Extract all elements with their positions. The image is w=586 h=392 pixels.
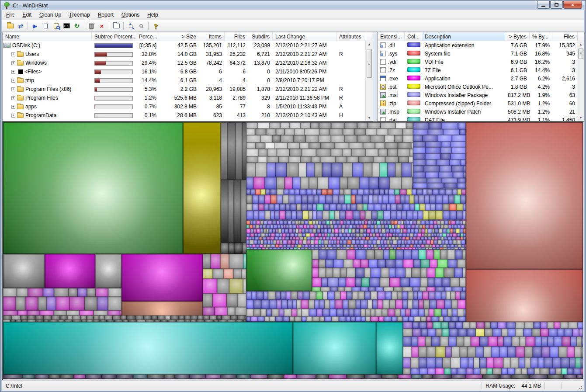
cell-description: Application extension <box>422 42 505 49</box>
refresh-all-button[interactable]: ⇄ <box>15 21 26 31</box>
table-row[interactable]: .pst Microsoft Office Outlook Pe... 1.8 … <box>378 83 577 91</box>
empty-recycle-bin-button[interactable] <box>86 21 97 31</box>
col-header-files[interactable]: Files <box>552 32 578 41</box>
col-header-last-change[interactable]: Last Change <box>273 32 336 41</box>
explorer-here-button[interactable] <box>51 21 61 31</box>
col-header-extension[interactable]: Extensi... <box>378 32 405 41</box>
help-button[interactable]: ? <box>150 21 161 31</box>
cell-subdirs: 0 <box>248 77 273 83</box>
minimize-button[interactable] <box>537 1 550 9</box>
col-header-subdirs[interactable]: Subdirs <box>248 32 273 41</box>
table-row[interactable]: .dll Application extension 7.6 GB 17.9% … <box>378 41 577 49</box>
title-bar[interactable]: C: - WinDirStat × <box>1 1 585 10</box>
menu-edit[interactable]: Edit <box>18 10 35 19</box>
zoom-in-button[interactable] <box>125 21 136 31</box>
scrollbar-thumb[interactable] <box>367 49 372 78</box>
table-row[interactable]: +apps 0.7% 302.8 MB 85 77 8 1/5/2010 11:… <box>3 102 365 111</box>
table-row[interactable]: +Users 32.8% 14.0 GB 31,953 25,232 6,721… <box>3 50 365 59</box>
menu-help[interactable]: Help <box>143 10 162 19</box>
table-row[interactable]: +tmp 14.4% 6.1 GB 4 4 0 2/8/2010 7:20:17… <box>3 76 365 85</box>
col-header-color[interactable]: Col... <box>405 32 422 41</box>
menu-report[interactable]: Report <box>94 10 118 19</box>
scrollbar-thumb[interactable] <box>578 49 583 59</box>
table-row[interactable]: .sys System file 7.1 GB 16.8% 945 <box>378 49 577 58</box>
maximize-button[interactable] <box>550 1 563 9</box>
table-row[interactable]: .exe Application 2.7 GB 6.2% 2,616 <box>378 74 577 83</box>
table-row[interactable]: +Program Files 1.2% 525.6 MB 3,118 2,789… <box>3 94 365 102</box>
cell-items: 20,963 <box>199 86 225 92</box>
cell-pct-bytes: 4.2% <box>530 84 552 90</box>
resize-grip[interactable] <box>577 384 583 390</box>
close-button[interactable]: × <box>563 1 582 9</box>
scroll-up-icon[interactable]: ▲ <box>366 41 373 48</box>
col-header-pct-bytes[interactable]: % By... <box>530 32 552 41</box>
col-header-attributes[interactable]: Attributes <box>336 32 366 41</box>
col-header-name[interactable]: Name <box>3 32 92 41</box>
recycle-bin-icon <box>89 24 94 29</box>
expand-icon[interactable]: + <box>11 52 15 56</box>
zoom-out-button[interactable] <box>136 21 146 31</box>
table-row[interactable]: +Program Files (x86) 5.3% 2.2 GB 20,963 … <box>3 85 365 94</box>
col-header-size[interactable]: > Size <box>159 32 199 41</box>
expand-icon[interactable]: + <box>11 61 15 65</box>
cell-bytes: 817.2 MB <box>505 92 530 98</box>
table-row[interactable]: .zip Compressed (zipped) Folder 531.0 MB… <box>378 99 577 108</box>
extension-label: .vdi <box>388 59 396 65</box>
scroll-down-icon[interactable]: ▼ <box>366 114 373 121</box>
col-header-bytes[interactable]: > Bytes <box>505 32 530 41</box>
toolbar-separator <box>123 22 124 30</box>
panel-splitter[interactable] <box>373 32 377 121</box>
expand-icon[interactable]: + <box>11 105 15 109</box>
open-item-button[interactable] <box>111 21 121 31</box>
scroll-up-icon[interactable]: ▲ <box>577 41 584 48</box>
table-row[interactable]: .vdi VDI File 6.9 GB 16.2% 3 <box>378 58 577 66</box>
ext-header-row: Extensi... Col... Description > Bytes % … <box>378 32 584 41</box>
subtree-bar <box>94 96 133 101</box>
scroll-down-icon[interactable]: ▼ <box>577 114 584 121</box>
expand-icon[interactable]: + <box>11 70 15 74</box>
treemap-canvas[interactable] <box>3 122 583 379</box>
tree-scrollbar[interactable]: ▲ ▼ <box>365 41 373 121</box>
table-row[interactable]: OSDisk (C:) [0:35 s] 42.5 GB 135,201 112… <box>3 41 365 50</box>
cell-size: 14.0 GB <box>159 51 199 57</box>
table-row[interactable]: +<Files> 16.1% 6.8 GB 6 6 0 2/11/2010 8:… <box>3 67 365 76</box>
col-header-items[interactable]: Items <box>199 32 225 41</box>
delete-button[interactable]: × <box>97 21 107 31</box>
col-header-subtree-percentage[interactable]: Subtree Percent... <box>92 32 136 41</box>
folder-icon <box>17 113 24 118</box>
folder-icon <box>17 52 24 57</box>
table-row[interactable]: .msp Windows Installer Patch 508.2 MB 1.… <box>378 108 577 116</box>
expand-icon[interactable]: + <box>11 87 15 91</box>
extension-label: .dat <box>388 117 397 121</box>
cell-attributes: R <box>336 95 365 101</box>
col-header-files[interactable]: Files <box>225 32 248 41</box>
copy-path-button[interactable] <box>40 21 51 31</box>
expand-icon[interactable]: + <box>11 96 15 100</box>
extension-label: .sys <box>388 51 397 57</box>
menu-clean-up[interactable]: Clean Up <box>35 10 65 19</box>
col-header-percentage[interactable]: Perce... <box>136 32 159 41</box>
cell-files: 77 <box>225 104 248 110</box>
cell-percentage: 0.7% <box>136 104 159 110</box>
table-row[interactable]: .7z 7Z File 6.1 GB 14.4% 3 <box>378 66 577 74</box>
cell-last-change: 2/8/2010 7:20:17 PM <box>273 77 336 83</box>
table-row[interactable]: .msi Windows Installer Package 817.2 MB … <box>378 91 577 99</box>
cell-percentage: 16.1% <box>136 69 159 75</box>
table-row[interactable]: +Windows 29.4% 12.5 GB 78,242 64,372 13,… <box>3 59 365 67</box>
table-row[interactable]: .dat DAT File 473.9 MB 1.1% 1,450 <box>378 116 577 121</box>
resume-button[interactable]: ▶ <box>30 21 40 31</box>
refresh-selected-button[interactable]: ↻ <box>72 21 82 31</box>
command-prompt-button[interactable] <box>61 21 72 31</box>
menu-file[interactable]: File <box>2 10 18 19</box>
extension-label: .dll <box>388 42 395 49</box>
col-header-description[interactable]: Description <box>422 32 505 41</box>
ext-scrollbar[interactable]: ▲ ▼ <box>577 41 584 121</box>
folder-icon <box>17 78 24 83</box>
expand-icon[interactable]: + <box>11 79 15 83</box>
expand-icon[interactable]: + <box>11 114 15 118</box>
open-button[interactable] <box>5 21 15 31</box>
menu-options[interactable]: Options <box>118 10 143 19</box>
status-bar: C:\Intel RAM Usage:44.1 MB <box>2 380 584 391</box>
table-row[interactable]: +ProgramData 0.1% 28.6 MB 623 413 210 2/… <box>3 111 365 120</box>
menu-treemap[interactable]: Treemap <box>65 10 94 19</box>
